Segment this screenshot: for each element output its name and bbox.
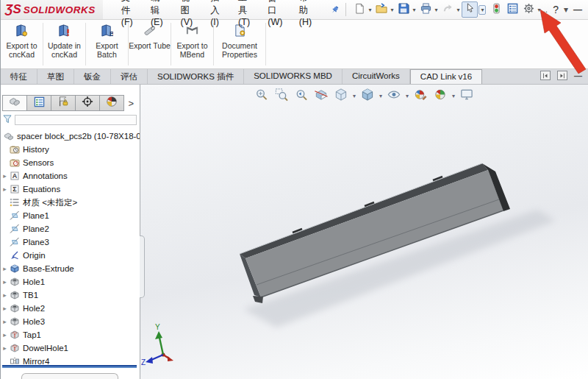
tree-item[interactable]: Sensors	[1, 156, 140, 169]
tree-item[interactable]: ▸TB1	[1, 288, 140, 302]
expand-arrow-icon[interactable]: ▸	[1, 344, 9, 352]
expand-arrow-icon[interactable]: ▸	[1, 278, 9, 286]
options-gear-button[interactable]	[520, 1, 537, 18]
menu-item[interactable]: 窗口(W)	[261, 0, 292, 30]
tree-item[interactable]: ▸Base-Extrude	[1, 262, 140, 275]
zoom-area-button[interactable]	[273, 88, 290, 104]
tree-filter-input[interactable]	[15, 115, 137, 125]
tree-item[interactable]: 材质 <未指定>	[1, 196, 140, 209]
tree-item[interactable]: Plane2	[1, 222, 140, 235]
tab-SOLIDWORKS MBD[interactable]: SOLIDWORKS MBD	[244, 69, 343, 84]
display-style-button[interactable]	[359, 88, 376, 104]
zoom-fit-button[interactable]	[254, 88, 270, 104]
new-document-dropdown[interactable]: ▾	[368, 7, 371, 13]
expand-arrow-icon[interactable]: ▸	[1, 291, 9, 299]
displaymanager-icon	[106, 96, 118, 110]
undo-icon	[442, 3, 453, 17]
menu-item[interactable]: 帮助(H)	[293, 0, 323, 30]
command-tabs: 特征草图钣金评估SOLIDWORKS 插件SOLIDWORKS MBDCircu…	[1, 69, 482, 84]
zoom-previous-button[interactable]	[293, 88, 309, 104]
tree-item[interactable]: Origin	[1, 249, 140, 262]
expand-arrow-icon[interactable]: ▸	[1, 305, 9, 312]
select-cursor-button[interactable]	[462, 1, 478, 18]
view-orientation-button[interactable]	[333, 88, 349, 104]
apply-scene-button[interactable]	[432, 88, 448, 104]
tree-item[interactable]: ▸Tap1	[1, 328, 140, 341]
collapse-pane-button[interactable]: —	[574, 71, 582, 80]
tab-草图[interactable]: 草图	[37, 69, 74, 84]
update-cnckad-button[interactable]: Update in cncKad	[43, 20, 85, 68]
help-button[interactable]: ?	[553, 4, 559, 15]
expand-arrow-icon[interactable]: ▸	[1, 331, 9, 339]
tree-root-item[interactable]: spacer block_pcs2b (10-78X18-0X3	[1, 130, 140, 143]
minimize-button[interactable]: —	[573, 4, 582, 15]
menu-item[interactable]: 文件(F)	[115, 0, 144, 30]
interference-check-button[interactable]	[488, 1, 504, 18]
menu-item[interactable]: 编辑(E)	[144, 0, 174, 30]
tree-item[interactable]: ▸ΣEquations	[1, 183, 140, 196]
tree-item[interactable]: History	[1, 143, 140, 156]
tree-item[interactable]: Plane1	[1, 209, 140, 222]
new-document-button[interactable]	[351, 1, 368, 18]
tab-SOLIDWORKS 插件[interactable]: SOLIDWORKS 插件	[148, 69, 244, 84]
hide-show-items-dropdown[interactable]: ▾	[406, 93, 409, 99]
hole-icon	[9, 290, 21, 300]
graphics-area[interactable]: Y Z ▾▾▾▾	[140, 85, 588, 379]
configurationmanager-tab[interactable]	[51, 95, 76, 111]
tab-CAD Link v16[interactable]: CAD Link v16	[410, 69, 482, 84]
tree-item[interactable]: Plane3	[1, 235, 140, 249]
print-dropdown[interactable]: ▾	[434, 7, 437, 13]
display-style-dropdown[interactable]: ▾	[379, 93, 382, 99]
rollback-bar[interactable]	[2, 365, 137, 368]
save-dropdown[interactable]: ▾	[412, 7, 415, 13]
dimxpert-tab[interactable]	[75, 95, 100, 111]
ribbon-button-label: Update in cncKad	[43, 41, 85, 59]
help-dropdown[interactable]: ▾	[564, 4, 568, 15]
featuremanager-tab[interactable]	[2, 95, 27, 111]
propertymanager-tab[interactable]	[26, 95, 51, 111]
tree-item[interactable]: ▸Hole3	[1, 315, 140, 328]
tab-特征[interactable]: 特征	[1, 69, 37, 84]
undo-button[interactable]	[440, 1, 456, 18]
undo-dropdown[interactable]: ▾	[456, 7, 459, 13]
menu-item[interactable]: 视图(V)	[174, 0, 204, 30]
panel-splitter-handle[interactable]	[140, 235, 145, 298]
pane-left-button[interactable]	[540, 71, 551, 80]
menu-item[interactable]: 工具(T)	[232, 0, 261, 30]
tab-评估[interactable]: 评估	[111, 69, 148, 84]
part-model[interactable]: Y Z	[140, 85, 588, 379]
displaymanager-tab[interactable]	[99, 95, 124, 111]
section-view-button[interactable]	[313, 88, 329, 104]
toolbar-overflow[interactable]: ..	[543, 4, 548, 15]
view-orientation-dropdown[interactable]: ▾	[353, 93, 356, 99]
expand-arrow-icon[interactable]: ▸	[1, 185, 9, 193]
open-button[interactable]	[373, 1, 390, 18]
expand-arrow-icon[interactable]: ▸	[1, 172, 9, 180]
panel-chevron-icon[interactable]: >	[128, 98, 138, 109]
hide-show-items-button[interactable]	[386, 88, 402, 104]
save-button[interactable]	[395, 1, 412, 18]
task-pane-button[interactable]	[504, 1, 520, 18]
print-button[interactable]	[417, 1, 434, 18]
open-dropdown[interactable]: ▾	[390, 7, 393, 13]
pane-right-button[interactable]	[557, 71, 567, 80]
tab-钣金[interactable]: 钣金	[74, 69, 111, 84]
menu-item[interactable]: 插入(I)	[204, 0, 232, 30]
export-cnckad-button[interactable]: Export to cncKad	[1, 20, 43, 68]
expand-arrow-icon[interactable]: ▸	[1, 318, 9, 325]
apply-scene-dropdown[interactable]: ▾	[452, 93, 455, 99]
tree-item[interactable]: ▸Hole2	[1, 302, 140, 315]
expand-arrow-icon[interactable]: ▸	[1, 265, 9, 272]
display-style-icon	[360, 88, 374, 105]
tab-CircuitWorks[interactable]: CircuitWorks	[343, 69, 410, 84]
edit-appearance-button[interactable]	[412, 88, 429, 104]
part-foot	[253, 296, 263, 303]
select-cursor-dropdown[interactable]: ▾	[478, 5, 486, 15]
tree-item[interactable]: ▸Hole1	[1, 275, 140, 288]
view-settings-button[interactable]	[459, 88, 475, 104]
tree-item[interactable]: ▸AAnnotations	[1, 169, 140, 183]
pushpin-icon[interactable]	[330, 5, 340, 15]
tree-item[interactable]: ▸DowelHole1	[1, 341, 140, 355]
options-gear-dropdown[interactable]: ▾	[537, 7, 540, 13]
plane-icon	[9, 237, 21, 247]
